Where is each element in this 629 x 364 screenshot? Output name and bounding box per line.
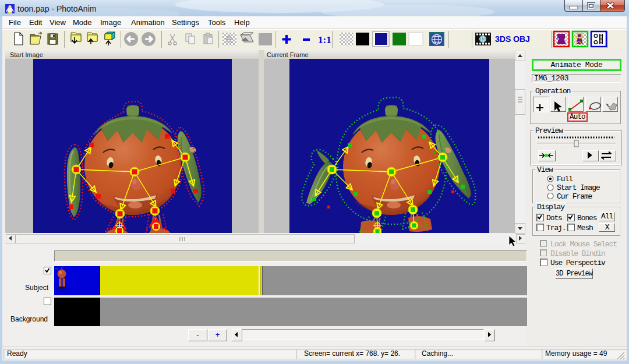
svg-text:3DS OBJ: 3DS OBJ: [495, 34, 530, 44]
svg-text:1:1: 1:1: [318, 34, 331, 45]
